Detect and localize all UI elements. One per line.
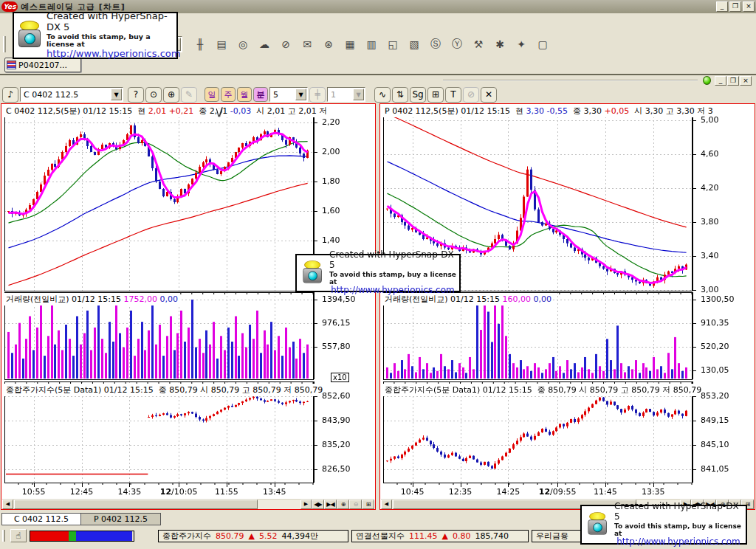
time-axis-label: 12/10:05: [160, 487, 198, 497]
candlestick-icon[interactable]: ╫: [190, 35, 210, 54]
axis-tick-label: 520,20: [701, 342, 729, 351]
tab-call-option[interactable]: C 0402 112.5: [1, 513, 81, 525]
chevron-down-icon[interactable]: ▼: [353, 89, 364, 100]
time-axis-label: 10:55: [22, 487, 46, 497]
pane-nav-icon[interactable]: ◀▶: [312, 500, 324, 509]
draw-button[interactable]: ✎: [181, 87, 197, 103]
news-icon[interactable]: ▧: [405, 35, 424, 54]
pane-nav-icon[interactable]: ⊖: [349, 500, 362, 509]
axis-tick-label: 853,20: [701, 391, 729, 401]
time-axis-label: 14:25: [496, 487, 520, 497]
period-button-월[interactable]: 월: [237, 87, 252, 102]
chart-doc-icon: [7, 61, 16, 69]
scroll-right-icon[interactable]: ▶: [300, 500, 312, 509]
inner-close-button[interactable]: ×: [740, 76, 752, 86]
yes-logo: Yes: [1, 1, 18, 12]
chat-icon[interactable]: ☁: [255, 35, 274, 54]
settings-icon[interactable]: ✱: [490, 35, 509, 54]
send-icon[interactable]: ✉: [298, 35, 317, 54]
strength-flat-segment: [69, 531, 76, 541]
time-axis-label: 11:45: [594, 487, 617, 497]
axis-tick-label: 835,20: [322, 440, 351, 449]
camera-icon: [302, 260, 325, 286]
time-axis-label: 12:35: [449, 487, 472, 497]
app-window: Yes 예스트레이딩 고급 [차트] _ ❐ × ❐▭ 차트1 ▼ ╫▤◎☁⊘✉…: [0, 0, 756, 549]
splitter-slider[interactable]: [443, 80, 698, 81]
inner-restore-button[interactable]: ❐: [727, 76, 739, 86]
interval-select[interactable]: 5 ▼: [269, 87, 308, 102]
close-button[interactable]: ×: [743, 1, 755, 12]
disabled-button[interactable]: ⊘: [463, 87, 479, 103]
axis-tick-label: 849,15: [701, 415, 729, 425]
help-button[interactable]: ?: [128, 87, 144, 103]
tab-put-option[interactable]: P 0402 112.5: [81, 513, 161, 525]
pane-nav-icon[interactable]: ▶◀: [324, 500, 337, 509]
yz-badge-icon[interactable]: Ⓨ: [447, 35, 467, 54]
axis-tick-label: 557,80: [322, 342, 351, 351]
left-scrollbar[interactable]: ◀ ▶ ◀▶▶◀⊕⊖⊞: [2, 499, 374, 509]
inner-minimize-button[interactable]: _: [715, 76, 726, 86]
chart-monitor-icon[interactable]: ◱: [383, 35, 402, 54]
tools-icon[interactable]: ⚒: [469, 35, 488, 54]
chevron-down-icon[interactable]: ▼: [111, 89, 122, 100]
count-select[interactable]: 1 ▼: [327, 87, 365, 102]
camera-icon: [587, 512, 610, 537]
kospi-status: 종합주가지수 850.79 ▲ 5.52 44,394만: [158, 530, 348, 542]
axis-tick-label: 5,00: [701, 115, 719, 125]
market-strength-bar: [30, 531, 134, 542]
toolbar-grip[interactable]: [3, 36, 6, 52]
time-axis-label: 12/09:55: [539, 487, 577, 497]
futures-status: 연결선물지수 111.45 ▲ 0.80 185,740: [351, 530, 529, 542]
axis-tick-label: 843,90: [322, 415, 351, 425]
text-button[interactable]: T: [445, 87, 461, 103]
announce-icon[interactable]: ♪: [2, 87, 18, 103]
expand-icon[interactable]: ✦: [512, 35, 531, 54]
pane-nav-icon[interactable]: ⊕: [337, 500, 349, 509]
symbol-tabs: C 0402 112.5 P 0402 112.5: [1, 513, 161, 525]
hypersnap-stamp: Created with HyperSnap-DX 5 To avoid thi…: [295, 254, 461, 292]
axis-tick-label: 3,80: [701, 217, 719, 227]
camera-icon: [17, 21, 44, 50]
si-badge-icon[interactable]: Ⓢ: [426, 35, 445, 54]
restore-button[interactable]: ❐: [729, 1, 741, 12]
symbol-select[interactable]: C 0402 112.5 ▼: [20, 87, 123, 102]
doc-search-icon[interactable]: ◎: [233, 35, 252, 54]
signal-button[interactable]: Sg: [410, 87, 426, 103]
scale-multiplier-label: x10: [331, 373, 349, 382]
sort-button[interactable]: ⇅: [392, 87, 408, 103]
pane-nav-icon[interactable]: ⊞: [362, 500, 374, 509]
scroll-left-icon[interactable]: ◀: [381, 500, 392, 509]
hand-icon[interactable]: ☝: [10, 529, 27, 542]
period-button-일[interactable]: 일: [205, 87, 219, 102]
chevron-down-icon[interactable]: ▼: [295, 89, 306, 100]
crosshair-button[interactable]: ⊕: [163, 87, 179, 103]
globe-icon[interactable]: ⊛: [319, 35, 338, 54]
period-button-분[interactable]: 분: [253, 87, 268, 102]
axis-tick-label: 3,40: [701, 251, 719, 260]
calendar-search-icon[interactable]: ▦: [340, 35, 360, 54]
stop-icon[interactable]: ⊘: [276, 35, 295, 54]
axis-tick-label: 3,00: [701, 285, 719, 294]
axis-tick-label: 4,20: [701, 183, 719, 193]
time-axis-label: 10:45: [401, 487, 425, 497]
strength-down-segment: [76, 531, 132, 541]
line-chart-button[interactable]: ∿: [374, 87, 391, 103]
right-index-header: 종합주가지수(5분 Data1) 01/12 15:15 종 850,79 시 …: [383, 384, 703, 396]
time-axis-label: 13:45: [263, 487, 286, 497]
chart-toolbar: ♪ C 0402 112.5 ▼ ?⊙⊕✎ 일주월분 5 ▼ ╪ 1 ▼ ∿⇅S…: [0, 86, 756, 103]
close-chart-button[interactable]: ✕: [481, 87, 497, 103]
minimize-button[interactable]: _: [716, 1, 728, 12]
axis-tick-label: 1,80: [322, 176, 340, 186]
search-button[interactable]: ⊙: [145, 87, 162, 103]
axis-tick-label: 1300,50: [701, 294, 735, 304]
period-button-주[interactable]: 주: [221, 87, 236, 102]
scroll-left-icon[interactable]: ◀: [2, 500, 13, 509]
axis-tick-label: 852,60: [322, 391, 351, 401]
axis-tick-label: 2,20: [322, 117, 340, 127]
grid-button[interactable]: ⊞: [427, 87, 444, 103]
layout-icon[interactable]: ▢: [533, 35, 552, 54]
axis-tick-label: 976,15: [322, 318, 351, 328]
bar-chart-icon[interactable]: ▥: [362, 35, 381, 54]
status-green-icon: [703, 76, 711, 85]
quote-table-icon[interactable]: ▤: [212, 35, 231, 54]
